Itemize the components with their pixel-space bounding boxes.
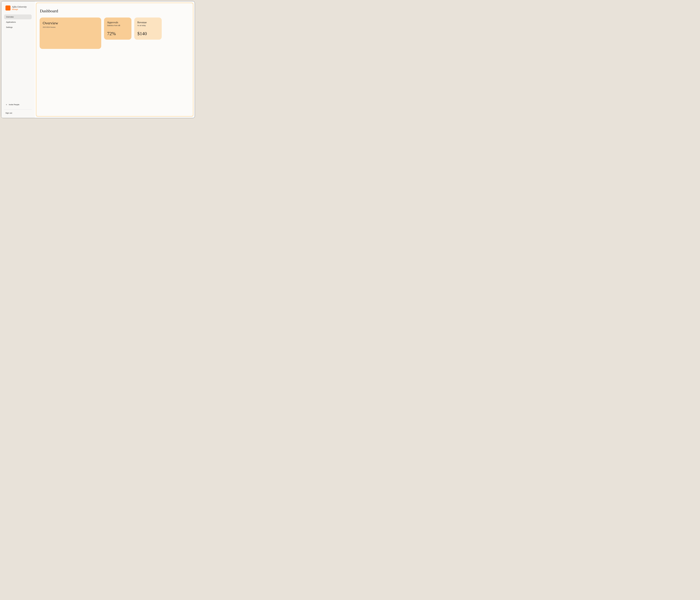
brand-name-part1: Ajibs [12, 6, 17, 8]
sign-out-button[interactable]: Sign out [4, 111, 32, 115]
card-subtitle: Statistics from dB [107, 25, 128, 26]
card-revenue[interactable]: Revenue As at today $140 [134, 18, 162, 40]
nav-item-label: Settings [6, 26, 12, 28]
nav-item-label: Applications [6, 21, 16, 23]
main-panel: Dashboard Overview 2023/2024 Session App… [36, 2, 194, 117]
nav: Overview Applications Settings [4, 15, 32, 30]
brand-text: Ajibs University Manage [12, 5, 27, 10]
page-title: Dashboard [40, 8, 190, 13]
card-value: 72% [107, 31, 128, 36]
invite-label: Invite People [9, 103, 19, 105]
nav-item-label: Overview [6, 16, 14, 18]
card-overview[interactable]: Overview 2023/2024 Session [40, 18, 101, 49]
card-title: Approvals [107, 21, 128, 24]
cards-row: Overview 2023/2024 Session Approvals Sta… [40, 18, 190, 49]
main-inner: Dashboard Overview 2023/2024 Session App… [36, 3, 193, 116]
card-value: $140 [138, 31, 159, 36]
nav-item-settings[interactable]: Settings [4, 25, 32, 30]
brand-title: Ajibs University [12, 5, 27, 8]
card-title: Revenue [138, 21, 159, 24]
nav-item-overview[interactable]: Overview [4, 15, 32, 19]
card-subtitle: 2023/2024 Session [43, 26, 98, 28]
brand-name-part2: University [17, 6, 27, 8]
card-title: Overview [43, 21, 98, 25]
brand: Ajibs University Manage [4, 5, 32, 10]
sidebar: Ajibs University Manage Overview Applica… [1, 1, 34, 118]
card-subtitle: As at today [138, 25, 159, 26]
app-frame: Ajibs University Manage Overview Applica… [1, 1, 195, 118]
sidebar-footer: Invite People Sign out [4, 103, 32, 115]
main-wrap: Dashboard Overview 2023/2024 Session App… [34, 1, 195, 118]
brand-subtitle[interactable]: Manage [12, 8, 27, 10]
card-approvals[interactable]: Approvals Statistics from dB 72% [104, 18, 131, 40]
invite-people-button[interactable]: Invite People [4, 103, 32, 106]
brand-logo [5, 5, 10, 10]
nav-item-applications[interactable]: Applications [4, 20, 32, 25]
signout-label: Sign out [5, 112, 12, 114]
divider [4, 109, 32, 110]
plus-icon [5, 104, 7, 105]
